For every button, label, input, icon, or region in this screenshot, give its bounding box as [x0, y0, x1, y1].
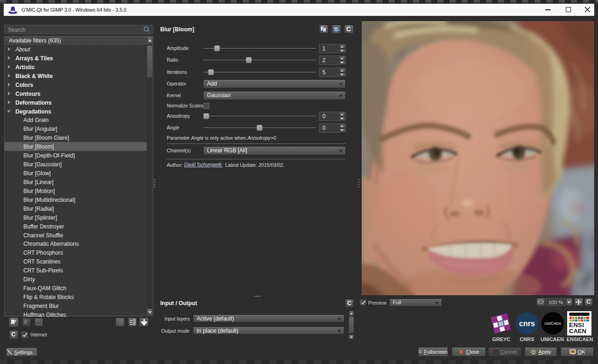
svg-text:CAEN: CAEN — [569, 328, 586, 335]
svg-text:cnrs: cnrs — [519, 320, 535, 328]
svg-text:ART: ART — [36, 320, 40, 321]
svg-text:UNICAEN: UNICAEN — [545, 321, 561, 326]
